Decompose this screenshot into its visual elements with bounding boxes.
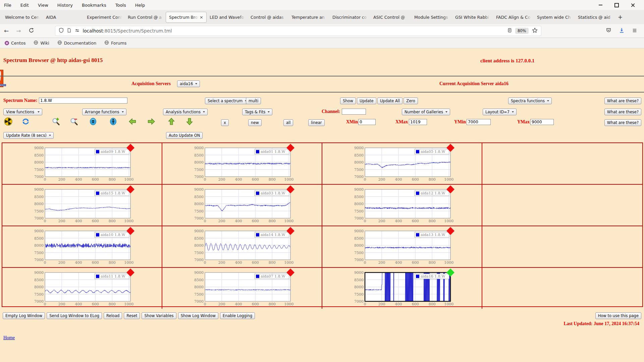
view-functions-dropdown[interactable]: View functions [3,109,42,115]
tab-statistics-aid[interactable]: Statistics @ aid [575,12,616,23]
tab-led-and-wavefo[interactable]: LED and Wavefo [207,12,248,23]
refresh-icon[interactable] [21,117,30,127]
multi-button[interactable]: multi [246,98,261,104]
spectrum-chart-aida16[interactable]: 9000850080007500700002004006008001000aid… [350,268,454,309]
bookmark-forums[interactable]: Forums [104,40,126,46]
url-text[interactable]: localhost:8015/Spectrum/Spectrum.tml [83,28,172,34]
ymax-input[interactable] [530,119,554,125]
url-bar[interactable]: localhost:8015/Spectrum/Spectrum.tml 80% [55,26,541,36]
tab-fadc-align-co[interactable]: FADC Align & Co [493,12,534,23]
spectrum-name-input[interactable] [39,98,127,104]
show-variables-button[interactable]: Show Variables [142,312,176,319]
maximize-icon[interactable] [614,3,619,7]
spectrum-chart-aida07[interactable]: 9000850080007500700002004006008001000aid… [190,268,294,309]
tab-run-control-a[interactable]: Run Control @ a [125,12,166,23]
linear-button[interactable]: linear [308,119,325,126]
forward-icon[interactable]: → [16,27,21,34]
pocket-icon[interactable] [606,27,611,34]
expand-y-icon[interactable] [109,117,117,127]
zero-button[interactable]: Zero [404,98,418,104]
what-are-these-button[interactable]: What are these? [604,109,641,115]
menu-file[interactable]: File [4,3,11,8]
zoom-out-icon[interactable] [70,117,78,127]
arrow-left-icon[interactable] [128,117,137,127]
menu-bookmarks[interactable]: Bookmarks [82,3,106,8]
tcl-powered-logo[interactable]: TCLPOWERED [0,70,3,87]
reset-button[interactable]: Reset [124,312,140,319]
radiation-icon[interactable] [4,117,12,127]
how-to-use-button[interactable]: How to use this page [595,312,641,319]
layout-id-dropdown[interactable]: Layout ID=7 [483,109,517,115]
reader-mode-icon[interactable] [507,28,512,34]
spectrum-chart-aida12[interactable]: 9000850080007500700002004006008001000aid… [350,185,454,226]
tab-spectrum-bro[interactable]: Spectrum Bro× [166,12,207,23]
tab-temperature-an[interactable]: Temperature an [288,12,329,23]
tab-gsi-white-rabbi[interactable]: GSI White Rabbi [452,12,493,23]
channel-input[interactable] [342,109,366,115]
close-tab-icon[interactable]: × [200,15,203,20]
spectra-functions-dropdown[interactable]: Spectra functions [508,98,552,104]
bookmark-documentation[interactable]: Documentation [57,40,96,46]
spectrum-chart-aida10[interactable]: 9000850080007500700002004006008001000aid… [30,227,135,267]
send-log-window-to-elog-button[interactable]: Send Log Window to ELog [47,312,102,319]
spectrum-chart-aida13[interactable]: 9000850080007500700002004006008001000aid… [350,227,454,267]
tab-experiment-cont[interactable]: Experiment Cont [84,12,125,23]
arrow-down-icon[interactable] [185,117,194,127]
page-info-icon[interactable] [67,28,71,34]
downloads-icon[interactable] [619,27,625,35]
update-button[interactable]: Update [357,98,376,104]
spectrum-chart-aida11[interactable]: 9000850080007500700002004006008001000aid… [30,268,135,309]
new-tab-button[interactable]: + [616,13,625,21]
arrow-right-icon[interactable] [147,117,156,127]
tab-aida[interactable]: AIDA [43,12,84,23]
what-are-these-button[interactable]: What are these? [604,119,641,126]
shrink-y-icon[interactable] [89,117,97,127]
galleries-dropdown[interactable]: Number of Galleries [402,109,450,115]
minimize-icon[interactable] [599,5,602,5]
tab-discriminator-co[interactable]: Discriminator co [329,12,370,23]
tab-control-aidas[interactable]: Control @ aidas [248,12,288,23]
spectrum-chart-aida05[interactable]: 9000850080007500700002004006008001000aid… [350,144,454,184]
reload-icon[interactable] [29,27,34,35]
menu-history[interactable]: History [57,3,73,8]
tab-system-wide-ch[interactable]: System wide Ch [534,12,575,23]
menu-edit[interactable]: Edit [20,3,29,8]
empty-log-window-button[interactable]: Empty Log Window [3,312,45,319]
app-menu-icon[interactable] [632,28,637,34]
auto-update-button[interactable]: Auto Update ON [166,132,203,139]
update-rate-dropdown[interactable]: Update Rate (8 secs) [3,132,54,139]
spectrum-chart-aida15[interactable]: 9000850080007500700002004006008001000aid… [30,185,135,226]
x-projection-button[interactable]: x [221,119,229,126]
zoom-level-badge[interactable]: 80% [515,28,529,34]
spectrum-chart-aida01[interactable]: 9000850080007500700002004006008001000aid… [190,144,294,184]
tab-module-settings[interactable]: Module Settings [411,12,452,23]
tab-welcome-to-cen[interactable]: Welcome to Cen [2,12,43,23]
menu-help[interactable]: Help [135,3,145,8]
what-are-these-button[interactable]: What are these? [604,98,641,104]
arrange-functions-dropdown[interactable]: Arrange functions [82,109,126,115]
select-spectrum-dropdown[interactable]: Select a spectrum [205,98,250,104]
spectrum-chart-aida03[interactable]: 9000850080007500700002004006008001000aid… [190,185,294,226]
ymin-input[interactable] [467,119,491,125]
tags-fits-dropdown[interactable]: Tags & Fits [242,109,272,115]
enable-logging-button[interactable]: Enable Logging [220,312,255,319]
arrow-up-icon[interactable] [167,117,176,127]
permissions-icon[interactable] [74,28,80,34]
back-icon[interactable]: ← [4,27,9,34]
show-button[interactable]: Show [340,98,356,104]
menu-view[interactable]: View [38,3,48,8]
zoom-in-icon[interactable] [52,117,60,127]
close-icon[interactable] [631,3,635,7]
shield-icon[interactable] [59,28,64,34]
update-all-button[interactable]: Update All [377,98,403,104]
home-link[interactable]: Home [3,335,15,341]
menu-tools[interactable]: Tools [115,3,126,8]
show-log-window-button[interactable]: Show Log Window [178,312,218,319]
reload-button[interactable]: Reload [104,312,122,319]
bookmark-centos[interactable]: Centos [5,41,25,46]
spectrum-chart-aida14[interactable]: 9000850080007500700002004006008001000aid… [190,227,294,267]
tab-asic-control-[interactable]: ASIC Control @ [370,12,411,23]
spectrum-chart-aida09[interactable]: 9000850080007500700002004006008001000aid… [30,144,135,184]
analysis-functions-dropdown[interactable]: Analysis functions [163,109,208,115]
all-button[interactable]: all [283,119,293,126]
